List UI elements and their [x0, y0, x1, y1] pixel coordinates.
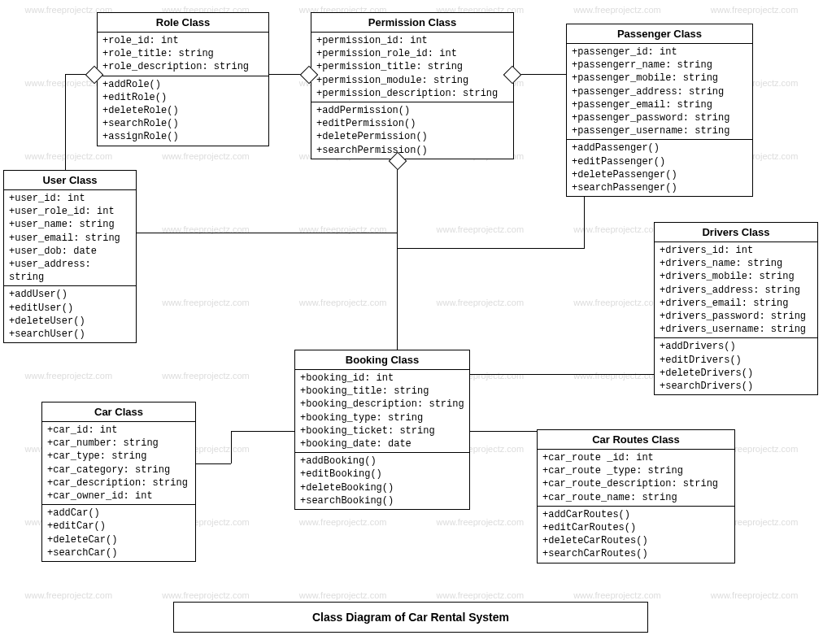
class-methods: +addPermission()+editPermission()+delete… [311, 102, 513, 159]
class-title: Permission Class [311, 13, 513, 33]
class-methods: +addDrivers()+editDrivers()+deleteDriver… [655, 338, 817, 394]
class-title: Car Routes Class [538, 430, 734, 450]
class-methods: +addBooking()+editBooking()+deleteBookin… [295, 453, 469, 509]
class-title: User Class [4, 171, 136, 190]
class-attrs: +booking_id: int+booking_title: string+b… [295, 370, 469, 453]
passenger-class-box: Passenger Class +passenger_id: int+passe… [566, 24, 753, 197]
class-title: Role Class [98, 13, 268, 33]
class-methods: +addRole()+editRole()+deleteRole()+searc… [98, 76, 268, 146]
class-attrs: +role_id: int+role_title: string+role_de… [98, 33, 268, 76]
class-methods: +addUser()+editUser()+deleteUser()+searc… [4, 286, 136, 342]
class-title: Drivers Class [655, 223, 817, 242]
class-attrs: +drivers_id: int+drivers_name: string+dr… [655, 242, 817, 338]
class-title: Car Class [42, 402, 195, 422]
role-class-box: Role Class +role_id: int+role_title: str… [97, 12, 269, 146]
drivers-class-box: Drivers Class +drivers_id: int+drivers_n… [654, 222, 818, 395]
booking-class-box: Booking Class +booking_id: int+booking_t… [294, 350, 470, 510]
class-methods: +addCarRoutes()+editCarRoutes()+deleteCa… [538, 507, 734, 563]
diagram-title: Class Diagram of Car Rental System [173, 602, 648, 633]
class-attrs: +car_route _id: int+car_route _type: str… [538, 450, 734, 507]
class-attrs: +permission_id: int+permission_role_id: … [311, 33, 513, 102]
class-attrs: +passenger_id: int+passengerr_name: stri… [567, 44, 752, 140]
class-methods: +addCar()+editCar()+deleteCar()+searchCa… [42, 505, 195, 561]
permission-class-box: Permission Class +permission_id: int+per… [311, 12, 514, 159]
class-attrs: +car_id: int+car_number: string+car_type… [42, 422, 195, 505]
class-title: Booking Class [295, 350, 469, 370]
carroutes-class-box: Car Routes Class +car_route _id: int+car… [537, 429, 735, 564]
car-class-box: Car Class +car_id: int+car_number: strin… [41, 402, 196, 562]
user-class-box: User Class +user_id: int+user_role_id: i… [3, 170, 137, 343]
class-title: Passenger Class [567, 24, 752, 44]
class-methods: +addPassenger()+editPassenger()+deletePa… [567, 140, 752, 196]
class-attrs: +user_id: int+user_role_id: int+user_nam… [4, 190, 136, 286]
